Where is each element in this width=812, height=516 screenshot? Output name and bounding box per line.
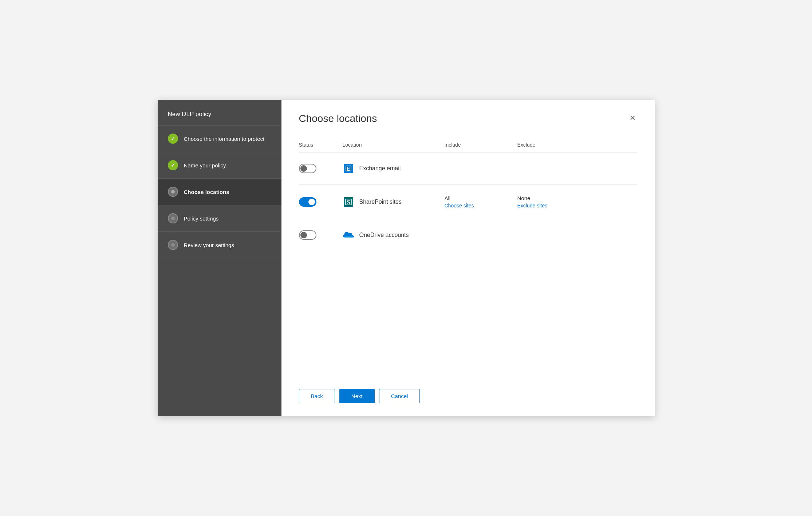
toggle-sharepoint[interactable] — [299, 197, 343, 207]
sharepoint-icon: S — [343, 196, 354, 208]
sidebar-item-review-settings[interactable]: Review your settings — [158, 232, 281, 258]
step-icon-review-settings — [168, 240, 178, 250]
include-sharepoint: All Choose sites — [445, 195, 517, 209]
sidebar-item-label-name-policy: Name your policy — [184, 162, 226, 168]
location-exchange: E Exchange email — [343, 163, 445, 174]
sidebar-item-policy-settings[interactable]: Policy settings — [158, 205, 281, 232]
onedrive-label: OneDrive accounts — [359, 232, 409, 238]
location-sharepoint: S SharePoint sites — [343, 196, 445, 208]
onedrive-icon — [343, 229, 354, 241]
sidebar-item-choose-info[interactable]: ✓ Choose the information to protect — [158, 126, 281, 152]
main-title: Choose locations — [299, 113, 377, 124]
footer: Back Next Cancel — [281, 380, 655, 416]
header-include: Include — [445, 142, 517, 148]
sidebar: New DLP policy ✓ Choose the information … — [158, 100, 281, 416]
exchange-icon: E — [343, 163, 354, 174]
sidebar-item-label-choose-info: Choose the information to protect — [184, 136, 265, 142]
toggle-onedrive[interactable] — [299, 230, 343, 240]
sidebar-items: ✓ Choose the information to protect ✓ Na… — [158, 126, 281, 258]
header-location: Location — [343, 142, 445, 148]
sidebar-title: New DLP policy — [158, 100, 281, 126]
table-row-exchange: E Exchange email — [299, 152, 637, 185]
table-row-onedrive: OneDrive accounts — [299, 219, 637, 251]
sidebar-item-label-policy-settings: Policy settings — [184, 215, 219, 222]
main-header: Choose locations ✕ — [281, 100, 655, 132]
step-icon-name-policy: ✓ — [168, 160, 178, 170]
sidebar-item-label-review-settings: Review your settings — [184, 242, 234, 248]
sidebar-item-choose-locations[interactable]: Choose locations — [158, 179, 281, 205]
close-button[interactable]: ✕ — [628, 113, 637, 123]
main-panel: Choose locations ✕ Status Location Inclu… — [281, 100, 655, 416]
sidebar-item-label-choose-locations: Choose locations — [184, 189, 229, 195]
main-content: Status Location Include Exclude E — [281, 132, 655, 380]
step-icon-choose-locations — [168, 187, 178, 197]
back-button[interactable]: Back — [299, 389, 335, 403]
sharepoint-include-value: All — [445, 195, 517, 201]
window: New DLP policy ✓ Choose the information … — [158, 100, 655, 416]
table-header: Status Location Include Exclude — [299, 139, 637, 152]
header-exclude: Exclude — [517, 142, 590, 148]
table-row-sharepoint: S SharePoint sites All Choose sites None… — [299, 185, 637, 219]
location-onedrive: OneDrive accounts — [343, 229, 445, 241]
exchange-label: Exchange email — [359, 165, 401, 172]
next-button[interactable]: Next — [339, 389, 375, 403]
step-icon-choose-info: ✓ — [168, 134, 178, 144]
exclude-sharepoint: None Exclude sites — [517, 195, 590, 209]
svg-text:S: S — [347, 199, 350, 205]
choose-sites-link[interactable]: Choose sites — [445, 203, 517, 209]
sidebar-item-name-policy[interactable]: ✓ Name your policy — [158, 152, 281, 179]
step-icon-policy-settings — [168, 213, 178, 223]
sharepoint-exclude-value: None — [517, 195, 590, 201]
exclude-sites-link[interactable]: Exclude sites — [517, 203, 590, 209]
sharepoint-label: SharePoint sites — [359, 199, 402, 205]
header-status: Status — [299, 142, 343, 148]
cancel-button[interactable]: Cancel — [379, 389, 420, 403]
toggle-exchange[interactable] — [299, 164, 343, 173]
